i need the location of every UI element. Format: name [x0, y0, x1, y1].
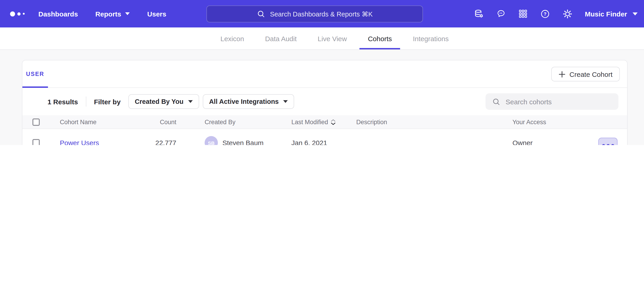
- apps-grid-icon[interactable]: [518, 9, 528, 19]
- created-by-cell: SB Steven Baum: [204, 136, 264, 145]
- main-content: USER Create Cohort 1 Results Filter by C…: [0, 50, 644, 145]
- integrations-filter-button[interactable]: All Active Integrations: [202, 94, 294, 109]
- integrations-filter-label: All Active Integrations: [209, 98, 278, 105]
- feedback-icon[interactable]: [496, 9, 506, 19]
- row-actions-button[interactable]: [598, 138, 618, 145]
- app-window: Dashboards Reports Users Search Dashboar…: [0, 0, 644, 145]
- results-count: 1 Results: [48, 98, 78, 105]
- column-last-modified-label: Last Modified: [292, 118, 328, 125]
- global-search-placeholder: Search Dashboards & Reports ⌘K: [270, 10, 373, 18]
- top-nav: Dashboards Reports Users Search Dashboar…: [0, 0, 644, 28]
- nav-users[interactable]: Users: [147, 10, 166, 18]
- settings-gear-icon[interactable]: [562, 9, 573, 19]
- chevron-down-icon: [632, 12, 638, 15]
- logo-dot-large: [10, 11, 15, 16]
- top-nav-right: ?: [474, 0, 638, 28]
- cohort-name-link[interactable]: Power Users: [60, 139, 99, 145]
- cohort-count: 22,777: [122, 139, 176, 145]
- column-your-access: Your Access: [512, 118, 546, 125]
- column-cohort-name: Cohort Name: [60, 118, 96, 125]
- tab-user[interactable]: USER: [22, 60, 48, 87]
- project-selector[interactable]: Music Finder: [585, 10, 638, 18]
- select-all-checkbox[interactable]: [32, 118, 40, 125]
- your-access-cell: Owner: [512, 139, 532, 145]
- create-cohort-label: Create Cohort: [570, 70, 612, 78]
- created-by-name: Steven Baum: [222, 139, 264, 145]
- data-settings-icon[interactable]: [474, 9, 484, 19]
- create-cohort-button[interactable]: Create Cohort: [551, 67, 620, 81]
- created-by-filter-label: Created By You: [135, 98, 184, 105]
- tab-lexicon[interactable]: Lexicon: [212, 28, 252, 49]
- plus-icon: [558, 71, 566, 78]
- nav-dashboards-label: Dashboards: [38, 10, 78, 18]
- tab-live-view[interactable]: Live View: [310, 28, 355, 49]
- column-count: Count: [122, 118, 176, 125]
- cohorts-card: USER Create Cohort 1 Results Filter by C…: [22, 60, 628, 145]
- table-row: Power Users 22,777 SB Steven Baum Jan 6,…: [22, 129, 627, 145]
- search-icon: [257, 10, 265, 18]
- card-header: USER Create Cohort: [22, 60, 627, 88]
- chevron-down-icon: [188, 100, 192, 103]
- logo-dot-small: [23, 13, 25, 15]
- project-name: Music Finder: [585, 10, 627, 18]
- search-cohorts-placeholder: Search cohorts: [506, 98, 552, 105]
- column-created-by: Created By: [204, 118, 236, 125]
- dot-icon: [602, 144, 605, 145]
- table-header: Cohort Name Count Created By Last Modifi…: [22, 115, 627, 129]
- row-checkbox[interactable]: [32, 139, 40, 145]
- column-last-modified[interactable]: Last Modified: [292, 118, 336, 125]
- nav-users-label: Users: [147, 10, 166, 18]
- primary-nav: Dashboards Reports Users: [38, 10, 166, 18]
- logo-dot-medium: [17, 12, 20, 15]
- avatar: SB: [204, 136, 218, 145]
- chevron-down-icon: [284, 100, 288, 103]
- chevron-down-icon: [125, 12, 130, 15]
- section-tabs: Lexicon Data Audit Live View Cohorts Int…: [0, 28, 644, 50]
- tab-cohorts[interactable]: Cohorts: [360, 28, 400, 49]
- last-modified-cell: Jan 6, 2021: [292, 139, 327, 145]
- global-search-input[interactable]: Search Dashboards & Reports ⌘K: [206, 6, 423, 22]
- search-icon: [492, 97, 500, 106]
- divider: [86, 96, 86, 107]
- filter-bar: 1 Results Filter by Created By You All A…: [22, 88, 627, 115]
- help-icon[interactable]: ?: [540, 9, 550, 19]
- dot-icon: [606, 144, 610, 145]
- tab-data-audit[interactable]: Data Audit: [257, 28, 305, 49]
- column-description: Description: [356, 118, 387, 125]
- nav-reports-label: Reports: [95, 10, 121, 18]
- mixpanel-logo-icon[interactable]: [10, 11, 25, 16]
- nav-dashboards[interactable]: Dashboards: [38, 10, 78, 18]
- sort-icon[interactable]: [331, 119, 336, 125]
- nav-reports[interactable]: Reports: [95, 10, 130, 18]
- svg-text:?: ?: [544, 11, 547, 16]
- created-by-filter-button[interactable]: Created By You: [128, 94, 199, 109]
- dot-icon: [611, 144, 614, 145]
- tab-integrations[interactable]: Integrations: [405, 28, 457, 49]
- search-cohorts-input[interactable]: Search cohorts: [486, 93, 618, 110]
- filter-by-label: Filter by: [94, 98, 120, 105]
